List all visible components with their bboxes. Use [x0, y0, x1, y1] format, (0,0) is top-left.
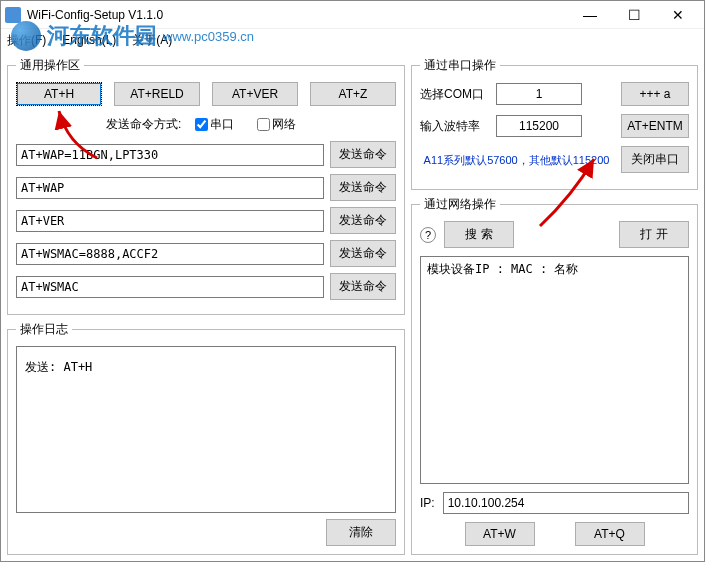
- com-input[interactable]: [496, 83, 582, 105]
- com-label: 选择COM口: [420, 86, 488, 103]
- minimize-button[interactable]: —: [568, 2, 612, 28]
- serial-checkbox[interactable]: [195, 118, 208, 131]
- menu-about[interactable]: 关于(A): [132, 32, 172, 49]
- cmd-input-1[interactable]: [16, 177, 324, 199]
- menu-operation[interactable]: 操作(F): [7, 32, 46, 49]
- send-button-1[interactable]: 发送命令: [330, 174, 396, 201]
- open-button[interactable]: 打 开: [619, 221, 689, 248]
- log-legend: 操作日志: [16, 321, 72, 338]
- at-z-button[interactable]: AT+Z: [310, 82, 396, 106]
- baud-label: 输入波特率: [420, 118, 488, 135]
- cmd-input-3[interactable]: [16, 243, 324, 265]
- general-legend: 通用操作区: [16, 57, 84, 74]
- send-button-2[interactable]: 发送命令: [330, 207, 396, 234]
- send-mode-label: 发送命令方式:: [106, 117, 181, 131]
- at-entm-button[interactable]: AT+ENTM: [621, 114, 689, 138]
- cmd-input-0[interactable]: [16, 144, 324, 166]
- serial-group: 通过串口操作 选择COM口 +++ a 输入波特率 AT+ENTM A11系列默…: [411, 57, 698, 190]
- send-button-3[interactable]: 发送命令: [330, 240, 396, 267]
- search-button[interactable]: 搜 索: [444, 221, 514, 248]
- plus-a-button[interactable]: +++ a: [621, 82, 689, 106]
- network-checkbox-label[interactable]: 网络: [257, 117, 296, 131]
- send-button-0[interactable]: 发送命令: [330, 141, 396, 168]
- at-w-button[interactable]: AT+W: [465, 522, 535, 546]
- serial-legend: 通过串口操作: [420, 57, 500, 74]
- at-ver-button[interactable]: AT+VER: [212, 82, 298, 106]
- general-group: 通用操作区 AT+H AT+RELD AT+VER AT+Z 发送命令方式: 串…: [7, 57, 405, 315]
- ip-input[interactable]: [443, 492, 689, 514]
- at-q-button[interactable]: AT+Q: [575, 522, 645, 546]
- menu-english[interactable]: English(L): [62, 33, 116, 47]
- at-reld-button[interactable]: AT+RELD: [114, 82, 200, 106]
- app-icon: [5, 7, 21, 23]
- at-h-button[interactable]: AT+H: [16, 82, 102, 106]
- serial-note: A11系列默认57600，其他默认115200: [420, 153, 613, 168]
- send-button-4[interactable]: 发送命令: [330, 273, 396, 300]
- baud-input[interactable]: [496, 115, 582, 137]
- log-group: 操作日志 发送: AT+H 清除: [7, 321, 405, 555]
- network-checkbox[interactable]: [257, 118, 270, 131]
- help-icon[interactable]: ?: [420, 227, 436, 243]
- maximize-button[interactable]: ☐: [612, 2, 656, 28]
- cmd-input-4[interactable]: [16, 276, 324, 298]
- close-serial-button[interactable]: 关闭串口: [621, 146, 689, 173]
- network-legend: 通过网络操作: [420, 196, 500, 213]
- cmd-input-2[interactable]: [16, 210, 324, 232]
- clear-log-button[interactable]: 清除: [326, 519, 396, 546]
- device-list[interactable]: 模块设备IP : MAC : 名称: [420, 256, 689, 484]
- close-button[interactable]: ✕: [656, 2, 700, 28]
- ip-label: IP:: [420, 496, 435, 510]
- window-title: WiFi-Config-Setup V1.1.0: [27, 8, 568, 22]
- device-list-header: 模块设备IP : MAC : 名称: [427, 261, 682, 278]
- serial-checkbox-label[interactable]: 串口: [195, 117, 234, 131]
- network-group: 通过网络操作 ? 搜 索 打 开 模块设备IP : MAC : 名称 IP: A…: [411, 196, 698, 555]
- log-textarea[interactable]: 发送: AT+H: [16, 346, 396, 513]
